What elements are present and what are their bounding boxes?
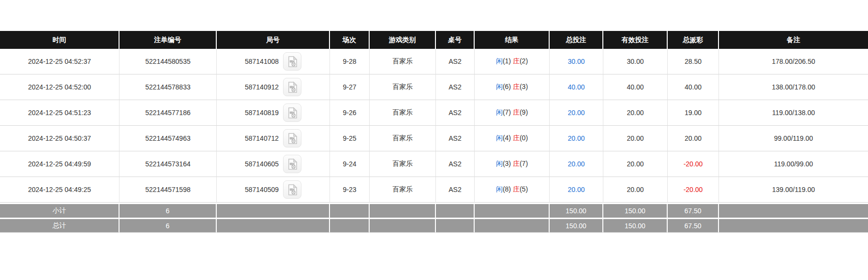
round-number-with-replay: 587140819: [217, 103, 329, 122]
round-number: 587140912: [245, 83, 279, 91]
cell-valid_bet: 40.00: [603, 74, 668, 100]
video-replay-button[interactable]: [283, 129, 301, 147]
cell-total_bet: 20.00: [550, 126, 603, 151]
result-player-label: 闲: [496, 134, 503, 142]
cell-time: 2024-12-25 04:51:23: [0, 100, 120, 126]
result-banker-label: 庄: [513, 134, 520, 142]
result-banker-points: (5): [520, 185, 528, 193]
table-row: 2024-12-25 04:50:37522144574963587140712…: [0, 126, 868, 151]
total-empty-cell: [475, 218, 550, 233]
cell-bet_id: 522144573164: [120, 151, 217, 177]
total-count: 6: [120, 218, 217, 233]
column-header-total_payout: 总派彩: [668, 31, 719, 49]
cell-remark: 119.00/99.00: [719, 151, 868, 177]
round-number: 587140712: [245, 134, 279, 142]
cell-remark: 138.00/178.00: [719, 74, 868, 100]
cell-table_no: AS2: [436, 126, 475, 151]
cell-session: 9-23: [330, 177, 370, 203]
cell-total_bet: 20.00: [550, 151, 603, 177]
column-header-remark: 备注: [719, 31, 868, 49]
total-empty-cell: [370, 218, 436, 233]
cell-game_type: 百家乐: [370, 49, 436, 74]
cell-total_bet: 20.00: [550, 100, 603, 126]
cell-table_no: AS2: [436, 100, 475, 126]
result-player-points: (3): [503, 160, 511, 167]
total-valid_bet: 150.00: [603, 218, 668, 233]
cell-time: 2024-12-25 04:52:37: [0, 49, 120, 74]
cell-table_no: AS2: [436, 151, 475, 177]
cell-table_no: AS2: [436, 177, 475, 203]
column-header-bet_id: 注单编号: [120, 31, 217, 49]
subtotal-total_bet: 150.00: [550, 203, 603, 218]
video-replay-button[interactable]: [283, 180, 301, 199]
subtotal-empty-cell: [217, 203, 330, 218]
cell-total_payout: 20.00: [668, 126, 719, 151]
result-player-points: (6): [503, 83, 511, 90]
cell-result: 闲(8) 庄(5): [475, 177, 550, 203]
cell-bet_id: 522144578833: [120, 74, 217, 100]
result-player-label: 闲: [496, 160, 503, 167]
cell-round: 587140509: [217, 177, 330, 203]
result-player-label: 闲: [496, 57, 503, 65]
cell-result: 闲(6) 庄(3): [475, 74, 550, 100]
cell-session: 9-28: [330, 49, 370, 74]
result-banker-label: 庄: [513, 83, 520, 90]
subtotal-empty-cell: [330, 203, 370, 218]
cell-total_bet: 40.00: [550, 74, 603, 100]
video-replay-button[interactable]: [283, 155, 301, 173]
result-banker-label: 庄: [513, 160, 520, 167]
video-file-icon: [286, 132, 299, 145]
cell-remark: 119.00/138.00: [719, 100, 868, 126]
subtotal-empty-cell: [436, 203, 475, 218]
round-number: 587140509: [245, 186, 279, 193]
table-row: 2024-12-25 04:49:59522144573164587140605…: [0, 151, 868, 177]
table-header-row: 时间注单编号局号场次游戏类别桌号结果总投注有效投注总派彩备注: [0, 31, 868, 49]
video-replay-button[interactable]: [283, 52, 301, 71]
cell-time: 2024-12-25 04:49:59: [0, 151, 120, 177]
cell-total_payout: 19.00: [668, 100, 719, 126]
cell-remark: 139.00/119.00: [719, 177, 868, 203]
column-header-result: 结果: [475, 31, 550, 49]
cell-table_no: AS2: [436, 74, 475, 100]
total-empty-cell: [436, 218, 475, 233]
result-player-points: (8): [503, 185, 511, 193]
video-file-icon: [286, 106, 299, 119]
column-header-game_type: 游戏类别: [370, 31, 436, 49]
result-player-label: 闲: [496, 83, 503, 90]
cell-valid_bet: 30.00: [603, 49, 668, 74]
round-number: 587140819: [245, 109, 279, 117]
cell-session: 9-26: [330, 100, 370, 126]
total-empty-cell: [719, 218, 868, 233]
round-number-with-replay: 587140712: [217, 129, 329, 147]
cell-valid_bet: 20.00: [603, 177, 668, 203]
cell-valid_bet: 20.00: [603, 100, 668, 126]
round-number-with-replay: 587140605: [217, 155, 329, 173]
subtotal-total_payout: 67.50: [668, 203, 719, 218]
cell-bet_id: 522144577186: [120, 100, 217, 126]
cell-result: 闲(3) 庄(7): [475, 151, 550, 177]
result-banker-points: (9): [520, 108, 528, 116]
cell-bet_id: 522144571598: [120, 177, 217, 203]
round-number: 587141008: [245, 58, 279, 65]
result-player-points: (7): [503, 108, 511, 116]
cell-round: 587140712: [217, 126, 330, 151]
result-player-label: 闲: [496, 185, 503, 193]
cell-session: 9-24: [330, 151, 370, 177]
result-player-points: (4): [503, 134, 511, 142]
result-banker-label: 庄: [513, 108, 520, 116]
total-empty-cell: [217, 218, 330, 233]
total-empty-cell: [330, 218, 370, 233]
cell-remark: 178.00/206.50: [719, 49, 868, 74]
betting-records-table: 时间注单编号局号场次游戏类别桌号结果总投注有效投注总派彩备注 2024-12-2…: [0, 31, 868, 233]
table-row: 2024-12-25 04:52:37522144580535587141008…: [0, 49, 868, 74]
video-replay-button[interactable]: [283, 78, 301, 96]
subtotal-empty-cell: [719, 203, 868, 218]
betting-records-page: 时间注单编号局号场次游戏类别桌号结果总投注有效投注总派彩备注 2024-12-2…: [0, 0, 868, 280]
subtotal-label: 小计: [0, 203, 120, 218]
cell-game_type: 百家乐: [370, 126, 436, 151]
video-file-icon: [286, 81, 299, 94]
cell-time: 2024-12-25 04:49:25: [0, 177, 120, 203]
video-replay-button[interactable]: [283, 103, 301, 122]
cell-round: 587140605: [217, 151, 330, 177]
total-label: 总计: [0, 218, 120, 233]
